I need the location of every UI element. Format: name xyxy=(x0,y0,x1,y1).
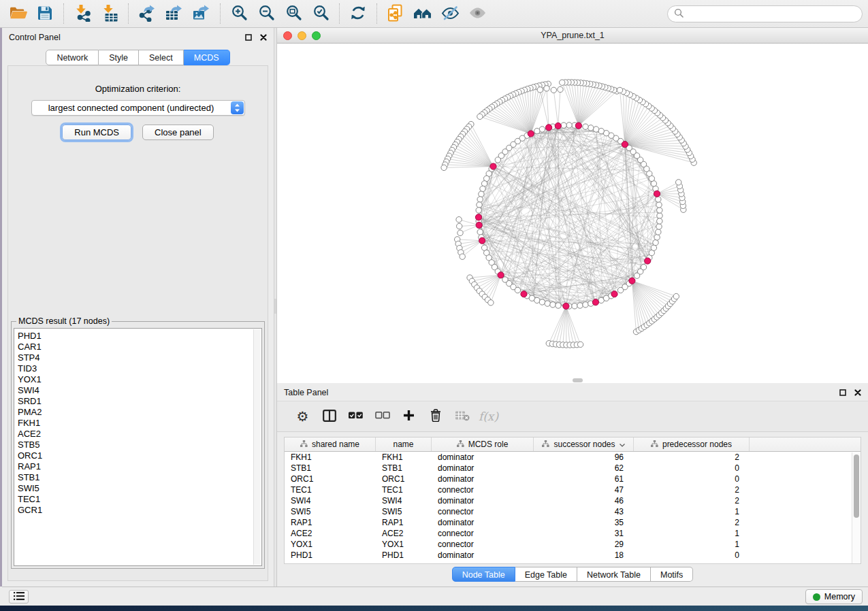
cell-successor-nodes[interactable]: 46 xyxy=(534,496,634,506)
cell-name[interactable]: YOX1 xyxy=(376,540,432,549)
cell-mcds-role[interactable]: dominator xyxy=(432,463,534,473)
cell-shared-name[interactable]: SWI5 xyxy=(285,507,376,516)
zoom-selected-button[interactable] xyxy=(307,2,334,25)
table-panel-float-button[interactable] xyxy=(839,389,846,396)
mcds-result-list[interactable]: PHD1CAR1STP4TID3YOX1SWI4SRD1PMA2FKH1ACE2… xyxy=(14,328,262,566)
mcds-result-item[interactable]: SWI4 xyxy=(18,385,251,396)
run-mcds-button[interactable]: Run MCDS xyxy=(62,125,131,140)
table-scrollbar[interactable] xyxy=(852,452,861,563)
cell-name[interactable]: SWI4 xyxy=(376,496,432,506)
table-row[interactable]: SWI4SWI4dominator462 xyxy=(285,495,861,506)
column-header-MCDS-role[interactable]: MCDS role xyxy=(432,437,534,451)
cell-successor-nodes[interactable]: 35 xyxy=(534,518,634,527)
cell-successor-nodes[interactable]: 43 xyxy=(534,507,634,516)
cell-mcds-role[interactable]: dominator xyxy=(432,474,534,484)
search-field[interactable] xyxy=(667,5,863,22)
table-row[interactable]: RAP1RAP1dominator352 xyxy=(285,517,861,528)
mcds-result-item[interactable]: RAP1 xyxy=(18,461,251,472)
table-row[interactable]: ACE2ACE2connector311 xyxy=(285,528,861,539)
export-image-button[interactable] xyxy=(188,2,215,25)
cell-predecessor-nodes[interactable]: 2 xyxy=(634,496,750,506)
column-header-name[interactable]: name xyxy=(376,437,432,451)
cell-predecessor-nodes[interactable]: 0 xyxy=(634,474,750,484)
cell-successor-nodes[interactable]: 62 xyxy=(534,463,634,473)
first-neighbors-button[interactable] xyxy=(409,2,436,25)
window-maximize-button[interactable] xyxy=(312,31,321,40)
close-mcds-panel-button[interactable]: Close panel xyxy=(142,125,214,140)
cell-name[interactable]: ACE2 xyxy=(376,529,432,538)
show-columns-button[interactable] xyxy=(316,404,342,429)
cell-shared-name[interactable]: YOX1 xyxy=(285,540,376,549)
table-scrollbar-thumb[interactable] xyxy=(854,455,859,518)
cell-predecessor-nodes[interactable]: 1 xyxy=(634,540,750,549)
zoom-in-button[interactable] xyxy=(225,2,253,25)
table-row[interactable]: STB1STB1dominator620 xyxy=(285,463,861,474)
table-row[interactable]: FKH1FKH1dominator962 xyxy=(285,452,861,463)
network-graph[interactable] xyxy=(277,44,868,383)
cell-name[interactable]: RAP1 xyxy=(376,518,432,527)
cell-predecessor-nodes[interactable]: 2 xyxy=(634,452,750,462)
table-settings-button[interactable]: ⚙ xyxy=(289,404,316,429)
mcds-result-item[interactable]: SWI5 xyxy=(18,483,251,494)
tab-edge-table[interactable]: Edge Table xyxy=(515,567,577,582)
save-session-button[interactable] xyxy=(31,2,59,25)
cell-shared-name[interactable]: ACE2 xyxy=(285,529,376,538)
export-network-button[interactable] xyxy=(133,2,161,25)
criterion-select[interactable]: largest connected component (undirected) xyxy=(31,100,245,116)
export-table-button[interactable] xyxy=(161,2,188,25)
duplicate-network-button[interactable] xyxy=(382,2,409,25)
column-header-predecessor-nodes[interactable]: predecessor nodes xyxy=(634,437,750,451)
mcds-result-item[interactable]: TID3 xyxy=(18,363,251,374)
column-header-successor-nodes[interactable]: successor nodes xyxy=(534,437,634,451)
cell-shared-name[interactable]: ORC1 xyxy=(285,474,376,484)
import-network-button[interactable] xyxy=(69,2,96,25)
mcds-result-item[interactable]: STB5 xyxy=(18,440,251,450)
cell-mcds-role[interactable]: dominator xyxy=(432,452,534,462)
table-row[interactable]: ORC1ORC1dominator610 xyxy=(285,474,861,484)
add-column-button[interactable] xyxy=(396,404,422,429)
cell-successor-nodes[interactable]: 31 xyxy=(534,529,634,538)
tab-network-table[interactable]: Network Table xyxy=(577,567,651,582)
table-row[interactable]: SWI5SWI5connector431 xyxy=(285,506,861,517)
tab-network[interactable]: Network xyxy=(46,50,99,65)
cell-shared-name[interactable]: STB1 xyxy=(285,463,376,473)
cell-shared-name[interactable]: FKH1 xyxy=(285,452,376,462)
cell-name[interactable]: STB1 xyxy=(376,463,432,473)
result-list-scrollbar[interactable] xyxy=(253,329,261,565)
control-panel-float-button[interactable] xyxy=(245,34,252,41)
mcds-result-item[interactable]: ORC1 xyxy=(18,450,251,461)
window-minimize-button[interactable] xyxy=(298,31,306,40)
mcds-result-item[interactable]: STB1 xyxy=(18,472,251,483)
table-row[interactable]: PHD1PHD1dominator180 xyxy=(285,550,861,561)
cell-mcds-role[interactable]: connector xyxy=(432,529,534,538)
cell-successor-nodes[interactable]: 18 xyxy=(534,550,634,560)
memory-button[interactable]: Memory xyxy=(805,589,863,604)
cell-mcds-role[interactable]: connector xyxy=(432,485,534,495)
select-all-rows-button[interactable] xyxy=(342,404,369,429)
cell-successor-nodes[interactable]: 47 xyxy=(534,485,634,495)
cell-predecessor-nodes[interactable]: 2 xyxy=(634,485,750,495)
refresh-button[interactable] xyxy=(344,2,372,25)
network-canvas[interactable] xyxy=(277,44,868,383)
mcds-result-item[interactable]: ACE2 xyxy=(18,429,251,440)
import-table-button[interactable] xyxy=(96,2,123,25)
cell-shared-name[interactable]: PHD1 xyxy=(285,550,376,560)
table-row[interactable]: TEC1TEC1connector472 xyxy=(285,484,861,495)
tab-mcds[interactable]: MCDS xyxy=(184,50,230,65)
search-input[interactable] xyxy=(687,7,862,21)
task-history-button[interactable] xyxy=(9,590,29,604)
open-file-button[interactable] xyxy=(4,2,31,25)
mcds-result-item[interactable]: PMA2 xyxy=(18,407,251,418)
tab-style[interactable]: Style xyxy=(99,50,139,65)
window-close-button[interactable] xyxy=(283,31,292,40)
cell-mcds-role[interactable]: dominator xyxy=(432,518,534,527)
mcds-result-item[interactable]: PHD1 xyxy=(18,331,251,342)
cell-predecessor-nodes[interactable]: 1 xyxy=(634,529,750,538)
cell-name[interactable]: ORC1 xyxy=(376,474,432,484)
mcds-result-item[interactable]: FKH1 xyxy=(18,418,251,429)
hide-selected-button[interactable] xyxy=(436,2,464,25)
cell-predecessor-nodes[interactable]: 0 xyxy=(634,463,750,473)
cell-mcds-role[interactable]: dominator xyxy=(432,550,534,560)
mcds-result-item[interactable]: SRD1 xyxy=(18,396,251,407)
table-panel-close-button[interactable] xyxy=(854,389,861,396)
